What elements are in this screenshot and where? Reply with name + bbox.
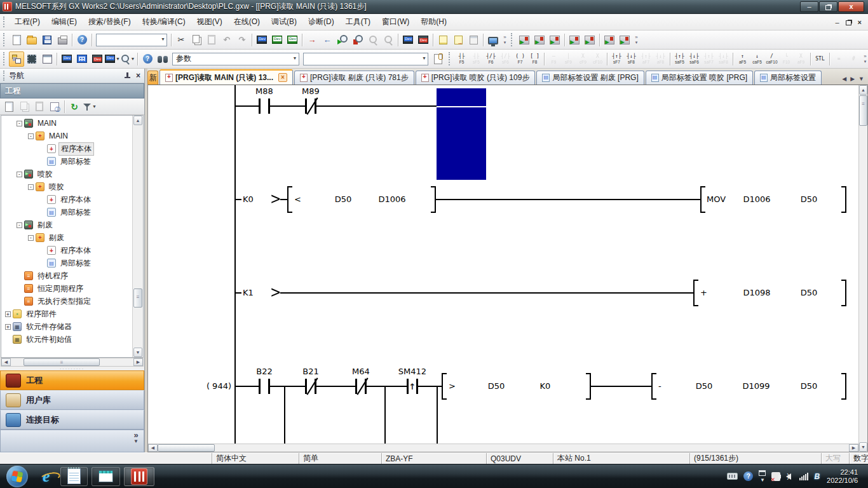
paste-icon[interactable] xyxy=(204,32,219,48)
notepad-task-button[interactable] xyxy=(60,467,88,486)
ladder-symbol-cF9-button[interactable]: XcF9 xyxy=(576,51,590,67)
project-tree-view-icon[interactable] xyxy=(9,51,24,67)
nav-refresh-icon[interactable]: ↻ xyxy=(67,99,82,114)
help-tray-icon[interactable]: ? xyxy=(743,471,753,481)
redo-icon[interactable]: ↷ xyxy=(234,32,250,48)
mdi-minimize-icon[interactable]: – xyxy=(835,18,839,26)
tree-item-喷胶[interactable]: -喷胶 xyxy=(1,180,132,193)
step-execution-icon[interactable] xyxy=(517,32,532,48)
device-hotkey-icon[interactable] xyxy=(285,32,300,48)
menu-item-7[interactable]: 调试(B) xyxy=(266,15,302,29)
tree-item-MAIN[interactable]: -MAIN xyxy=(1,130,132,142)
menu-item-8[interactable]: 诊断(D) xyxy=(302,15,340,29)
close-button[interactable]: x xyxy=(838,1,864,12)
ladder-symbol-sF7-button[interactable]: ┤↑├sF7 xyxy=(609,51,624,67)
nav-filter-icon[interactable]: ▼ xyxy=(82,99,97,114)
title-bar[interactable]: MELSOFT系列 GX Works2 C:\Users\Administrat… xyxy=(0,0,868,14)
network-signal-icon[interactable] xyxy=(799,473,808,480)
note-icon[interactable] xyxy=(451,32,466,48)
undo-icon[interactable]: ↶ xyxy=(219,32,234,48)
tab-menu-icon[interactable]: ▼ xyxy=(858,76,864,82)
collapse-icon[interactable]: - xyxy=(28,133,34,139)
tree-item-无执行类型指定[interactable]: 无执行类型指定 xyxy=(1,295,132,308)
scrollbar-thumb[interactable] xyxy=(859,95,867,126)
ladder-symbol-F9-button[interactable]: ─F9 xyxy=(546,51,561,67)
scroll-down-icon[interactable]: ▼ xyxy=(859,442,867,452)
document-tab-2[interactable]: [PRG]读取 MAIN (只读) 13...× xyxy=(159,69,293,85)
dropdown-caret-icon[interactable]: ▼ xyxy=(131,57,135,61)
ladder-symbol-F10-button[interactable]: └F10 xyxy=(779,51,794,67)
ladder-symbol-caF10-button[interactable]: /caF10 xyxy=(764,51,779,67)
collapse-icon[interactable]: - xyxy=(17,121,22,126)
ladder-symbol-F7-button[interactable]: ( )F7 xyxy=(513,51,527,67)
internet-explorer-icon[interactable]: e xyxy=(36,467,57,486)
device-batch-read-icon[interactable] xyxy=(400,32,416,48)
ladder-symbol-icon-31-button[interactable]: # xyxy=(846,51,861,67)
screen-display-icon[interactable] xyxy=(485,32,501,48)
menu-item-1[interactable]: 工程(P) xyxy=(9,15,46,29)
document-tab-7[interactable]: 局部标签设置 xyxy=(754,71,822,85)
document-tab-4[interactable]: [PRG]读取 喷胶 (只读) 109步 xyxy=(416,71,536,85)
window-select-combo[interactable] xyxy=(96,34,167,46)
cut-icon[interactable]: ✂ xyxy=(173,32,189,48)
device-batch-write-icon[interactable] xyxy=(416,32,431,48)
tree-item-恒定周期程序[interactable]: 恒定周期程序 xyxy=(1,282,132,295)
menu-item-10[interactable]: 窗口(W) xyxy=(376,15,415,29)
menu-item-2[interactable]: 编辑(E) xyxy=(46,15,83,29)
forced-io-icon[interactable] xyxy=(582,32,597,48)
menu-item-4[interactable]: 转换/编译(C) xyxy=(137,15,191,29)
find-icon[interactable] xyxy=(155,51,170,67)
tree-item-软元件存储器[interactable]: +软元件存储器 xyxy=(1,320,132,333)
ladder-editor[interactable]: M88M89B22B21M64↑SM412>>K0K1( 944)<D50D10… xyxy=(148,85,858,444)
nav-new-icon[interactable] xyxy=(1,99,17,114)
start-button[interactable] xyxy=(6,466,28,487)
zoom-search-icon[interactable]: ▼ xyxy=(120,51,135,67)
save-project-icon[interactable] xyxy=(39,32,55,48)
gx-works2-task-button[interactable] xyxy=(124,467,154,486)
tab-scroll-left-icon[interactable]: ◀ xyxy=(842,76,846,82)
open-project-icon[interactable] xyxy=(24,32,39,48)
ladder-symbol-F8-button[interactable]: [ ]F8 xyxy=(527,51,542,67)
tree-item-程序本体[interactable]: 程序本体 xyxy=(1,244,132,257)
tree-item-局部标签[interactable]: 局部标签 xyxy=(1,206,132,219)
scrollbar-thumb[interactable]: ≡ xyxy=(24,358,100,366)
collapse-icon[interactable]: - xyxy=(17,222,22,228)
show-hidden-icons-icon[interactable]: ▼ xyxy=(760,477,765,483)
device-monitor-icon[interactable] xyxy=(269,32,285,48)
pulse-execution-icon[interactable] xyxy=(547,32,562,48)
tree-item-喷胶[interactable]: -喷胶 xyxy=(1,168,132,180)
tree-item-软元件初始值[interactable]: 软元件初始值 xyxy=(1,333,132,346)
read-from-plc-icon[interactable]: ← xyxy=(320,32,335,48)
monitor-write-icon[interactable] xyxy=(381,32,396,48)
menu-item-9[interactable]: 工具(T) xyxy=(340,15,376,29)
collapse-icon[interactable]: - xyxy=(28,184,34,190)
tree-item-程序部件[interactable]: +程序部件 xyxy=(1,308,132,320)
device-display-icon[interactable]: ▼ xyxy=(105,51,120,67)
ladder-symbol-caF5-button[interactable]: ↓caF5 xyxy=(750,51,764,67)
scrollbar-thumb[interactable] xyxy=(158,444,215,452)
tree-item-程序本体[interactable]: 程序本体 xyxy=(1,142,132,155)
minimize-button[interactable]: – xyxy=(800,1,818,12)
taskbar-clock[interactable]: 22:41 2022/10/6 xyxy=(825,468,863,485)
ladder-symbol-aF9-button[interactable]: XaF9 xyxy=(794,51,808,67)
expand-icon[interactable]: + xyxy=(5,324,11,330)
maximize-restore-button[interactable] xyxy=(819,1,837,12)
menu-item-5[interactable]: 视图(V) xyxy=(191,15,228,29)
ladder-symbol-sF9-button[interactable]: │sF9 xyxy=(561,51,576,67)
document-tab-6[interactable]: 局部标签设置 喷胶 [PRG] xyxy=(646,71,753,85)
ladder-symbol-aF7-button[interactable]: ┤↑├aF7 xyxy=(639,51,653,67)
tree-item-剔废[interactable]: -剔废 xyxy=(1,219,132,231)
monitor-pause-icon[interactable] xyxy=(365,32,381,48)
list-view-icon[interactable] xyxy=(39,51,55,67)
statement-icon[interactable] xyxy=(435,32,451,48)
nav-sort-icon[interactable] xyxy=(47,99,62,114)
monitor-start-icon[interactable] xyxy=(335,32,350,48)
nav-copy-icon[interactable] xyxy=(17,99,32,114)
collapse-icon[interactable]: - xyxy=(17,172,22,177)
declaration-icon[interactable] xyxy=(466,32,481,48)
tab-scroll-right-icon[interactable]: ▶ xyxy=(850,76,855,82)
scroll-up-icon[interactable]: ▲ xyxy=(859,85,867,95)
tree-vertical-scrollbar[interactable]: ▲ ▼ xyxy=(132,116,143,357)
nav-paste-icon[interactable] xyxy=(32,99,47,114)
ladder-symbol-sF8-button[interactable]: ┤↓├sF8 xyxy=(624,51,639,67)
